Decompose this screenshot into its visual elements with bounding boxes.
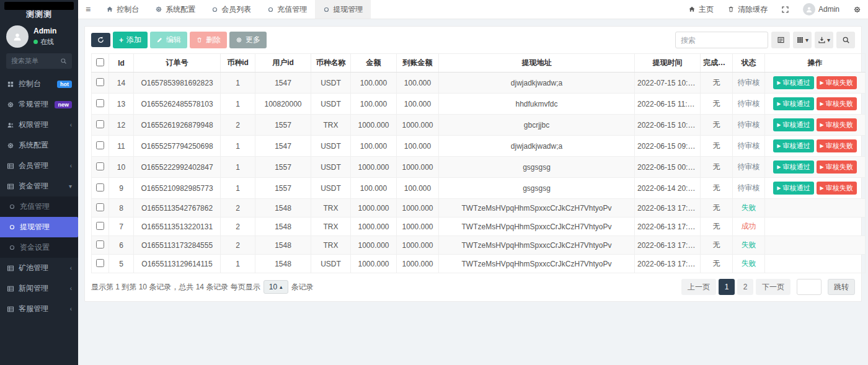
columns-button[interactable]: ▾ bbox=[793, 32, 812, 48]
approve-button[interactable]: ▶审核通过 bbox=[773, 118, 813, 131]
table-search-input[interactable] bbox=[675, 32, 768, 48]
cell-amount: 100.000 bbox=[351, 178, 397, 199]
reject-button[interactable]: ▶审核失败 bbox=[817, 76, 857, 89]
cell-actions bbox=[765, 255, 866, 273]
sidebar-item-dashboard[interactable]: 控制台 hot bbox=[0, 74, 78, 94]
sidebar-search-placeholder: 搜索菜单 bbox=[11, 56, 38, 66]
refresh-button[interactable] bbox=[91, 33, 110, 47]
cell-id: 13 bbox=[109, 94, 134, 115]
reject-button[interactable]: ▶审核失败 bbox=[817, 161, 857, 174]
table-row: 5 O1655113129614115 1 1548 USDT 1000.000… bbox=[92, 255, 866, 273]
row-checkbox[interactable] bbox=[96, 183, 104, 191]
sidebar-item-fund-settings[interactable]: 资金设置 bbox=[0, 237, 78, 258]
sidebar-item-withdraw[interactable]: 提现管理 bbox=[0, 217, 78, 237]
sidebar-item-news[interactable]: 新闻管理 ‹ bbox=[0, 278, 78, 299]
sidebar-item-general[interactable]: 常规管理 new bbox=[0, 94, 78, 115]
sidebar-item-recharge[interactable]: 充值管理 bbox=[0, 196, 78, 217]
cell-received: 100.000 bbox=[397, 178, 439, 199]
cell-received: 1000.000 bbox=[397, 255, 439, 273]
row-checkbox[interactable] bbox=[96, 78, 104, 86]
tab-dashboard[interactable]: 控制台 bbox=[98, 0, 147, 19]
cell-id: 10 bbox=[109, 157, 134, 178]
table-row: 7 O1655113513220131 2 1548 TRX 1000.000 … bbox=[92, 218, 866, 236]
cell-received: 100.000 bbox=[397, 73, 439, 94]
online-dot-icon bbox=[33, 40, 38, 44]
fullscreen-button[interactable] bbox=[774, 6, 796, 14]
jump-button[interactable]: 跳转 bbox=[828, 279, 855, 295]
sidebar-search-input[interactable]: 搜索菜单 bbox=[6, 53, 72, 69]
sidebar-item-mining[interactable]: 矿池管理 ‹ bbox=[0, 258, 78, 278]
approve-button[interactable]: ▶审核通过 bbox=[773, 139, 813, 152]
user-menu[interactable]: Admin bbox=[796, 3, 846, 15]
sidebar-item-members[interactable]: 会员管理 ‹ bbox=[0, 156, 78, 176]
col-received: 到账金额 bbox=[397, 54, 439, 73]
cell-received: 1000.000 bbox=[397, 199, 439, 218]
next-page-button[interactable]: 下一页 bbox=[756, 279, 790, 295]
row-checkbox[interactable] bbox=[96, 99, 104, 107]
cell-status: 待审核 bbox=[733, 94, 765, 115]
page-size-select[interactable]: 10▴ bbox=[264, 280, 288, 294]
table-toolbar: +添加 编辑 删除 更多 ▾ ▾ bbox=[91, 32, 855, 48]
table-row: 13 O1655262485578103 1 100820000 USDT 10… bbox=[92, 94, 866, 115]
sidebar-item-funds[interactable]: 资金管理 ▾ bbox=[0, 176, 78, 196]
search-button[interactable] bbox=[836, 32, 855, 48]
tab-system-config[interactable]: 系统配置 bbox=[147, 0, 203, 19]
more-button[interactable]: 更多 bbox=[229, 32, 267, 48]
tab-withdraw[interactable]: 提现管理 bbox=[315, 0, 371, 19]
cell-status: 待审核 bbox=[733, 136, 765, 157]
table-row: 6 O1655113173284555 2 1548 TRX 1000.000 … bbox=[92, 236, 866, 255]
detail-view-button[interactable] bbox=[771, 32, 790, 48]
play-icon: ▶ bbox=[777, 101, 781, 107]
sidebar-item-permissions[interactable]: 权限管理 ‹ bbox=[0, 115, 78, 135]
cell-coin-id: 2 bbox=[221, 115, 255, 136]
play-icon: ▶ bbox=[777, 185, 781, 191]
cell-withdraw-time: 2022-06-15 00:09:52 bbox=[635, 157, 701, 178]
row-select-cell bbox=[92, 115, 109, 136]
home-link[interactable]: 主页 bbox=[681, 4, 720, 15]
caret-up-icon: ▴ bbox=[280, 284, 283, 290]
menu-toggle-button[interactable]: ≡ bbox=[78, 0, 98, 19]
delete-button[interactable]: 删除 bbox=[190, 32, 227, 48]
row-checkbox[interactable] bbox=[96, 203, 104, 211]
cell-amount: 1000.000 bbox=[351, 199, 397, 218]
cell-actions bbox=[765, 236, 866, 255]
reject-button[interactable]: ▶审核失败 bbox=[817, 118, 857, 131]
reject-button[interactable]: ▶审核失败 bbox=[817, 97, 857, 110]
row-checkbox[interactable] bbox=[96, 120, 104, 128]
prev-page-button[interactable]: 上一页 bbox=[681, 279, 716, 295]
reject-button[interactable]: ▶审核失败 bbox=[817, 182, 857, 195]
sidebar-item-system-config[interactable]: 系统配置 bbox=[0, 135, 78, 156]
approve-button[interactable]: ▶审核通过 bbox=[773, 76, 813, 89]
sidebar-item-service[interactable]: 客服管理 ‹ bbox=[0, 299, 78, 319]
page-button-2[interactable]: 2 bbox=[737, 279, 753, 295]
row-checkbox[interactable] bbox=[96, 240, 104, 248]
edit-button[interactable]: 编辑 bbox=[150, 32, 187, 48]
logo-text: 测测测 bbox=[0, 9, 78, 20]
clear-cache-button[interactable]: 清除缓存 bbox=[720, 4, 774, 15]
jump-page-input[interactable] bbox=[797, 279, 822, 295]
reject-button[interactable]: ▶审核失败 bbox=[817, 139, 857, 152]
tab-member-list[interactable]: 会员列表 bbox=[203, 0, 259, 19]
select-all-checkbox[interactable] bbox=[96, 58, 104, 66]
row-checkbox[interactable] bbox=[96, 259, 104, 267]
approve-button[interactable]: ▶审核通过 bbox=[773, 97, 813, 110]
export-button[interactable]: ▾ bbox=[815, 32, 833, 48]
row-checkbox[interactable] bbox=[96, 141, 104, 149]
profile-status: 在线 bbox=[33, 37, 56, 47]
page-button-1[interactable]: 1 bbox=[719, 279, 735, 295]
row-select-cell bbox=[92, 218, 109, 236]
row-checkbox[interactable] bbox=[96, 222, 104, 230]
cell-amount: 1000.000 bbox=[351, 236, 397, 255]
cell-order-no: O1655113513220131 bbox=[134, 218, 221, 236]
table-row: 8 O1655113542767862 2 1548 TRX 1000.000 … bbox=[92, 199, 866, 218]
play-icon: ▶ bbox=[820, 185, 824, 191]
settings-button[interactable] bbox=[846, 6, 868, 14]
cell-id: 9 bbox=[109, 178, 134, 199]
row-checkbox[interactable] bbox=[96, 162, 104, 170]
add-button[interactable]: +添加 bbox=[113, 32, 148, 48]
approve-button[interactable]: ▶审核通过 bbox=[773, 182, 813, 195]
cell-received: 100.000 bbox=[397, 94, 439, 115]
tab-recharge[interactable]: 充值管理 bbox=[259, 0, 315, 19]
approve-button[interactable]: ▶审核通过 bbox=[773, 161, 813, 174]
plus-icon: + bbox=[119, 36, 123, 45]
